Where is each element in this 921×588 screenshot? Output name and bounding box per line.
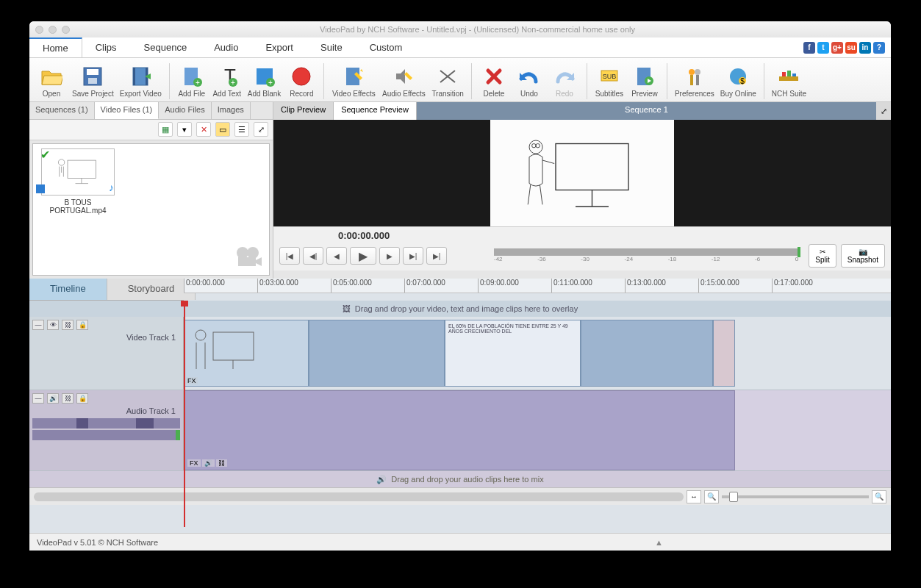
speaker-badge-icon[interactable]: 🔊	[202, 459, 215, 467]
fx-badge[interactable]: FX	[186, 377, 198, 384]
preferences-button[interactable]: Preferences	[672, 63, 717, 99]
link-badge-icon[interactable]: ⛓	[216, 459, 227, 467]
preview-button[interactable]: Preview	[627, 63, 662, 99]
eye-icon[interactable]: 👁	[47, 320, 59, 330]
bin-dropdown-icon[interactable]: ▾	[177, 122, 192, 137]
fx-badge[interactable]: FX	[187, 459, 201, 467]
addblank-button[interactable]: +Add Blank	[245, 63, 284, 99]
svg-rect-46	[213, 332, 254, 360]
addtext-button[interactable]: T+Add Text	[209, 63, 245, 99]
video-track-header: — 👁 ⛓ 🔒 Video Track 1	[29, 317, 184, 390]
zoom-in-icon[interactable]: 🔍	[872, 490, 886, 503]
tab-storyboard[interactable]: Storyboard	[107, 279, 196, 300]
speaker-icon[interactable]: 🔊	[47, 393, 59, 404]
video-frame	[490, 120, 674, 226]
svg-point-36	[58, 159, 64, 165]
tab-images[interactable]: Images	[212, 102, 251, 119]
snapshot-button[interactable]: 📷Snapshot	[841, 244, 885, 268]
videofx-button[interactable]: Video Effects	[329, 63, 379, 99]
scrollbar[interactable]	[34, 492, 684, 501]
menu-custom[interactable]: Custom	[356, 37, 417, 57]
help-icon[interactable]: ?	[873, 42, 885, 54]
redo-button[interactable]: Redo	[547, 63, 582, 99]
minimize-window[interactable]	[49, 26, 57, 34]
video-clip-1[interactable]: FX	[184, 320, 309, 387]
collapse-arrow-icon[interactable]: ▲	[655, 538, 663, 547]
time-ruler[interactable]: 0:00:00.000 0:03:00.000 0:05:00.000 0:07…	[184, 279, 891, 293]
menu-suite[interactable]: Suite	[307, 37, 356, 57]
googleplus-icon[interactable]: g+	[831, 42, 843, 54]
svg-point-38	[247, 247, 259, 259]
tab-audio-files[interactable]: Audio Files	[159, 102, 211, 119]
forward-button[interactable]: ▶	[379, 247, 400, 265]
zoom-fit-icon[interactable]: ↔	[687, 490, 701, 503]
undo-button[interactable]: Undo	[512, 63, 547, 99]
lock-icon[interactable]: 🔒	[76, 393, 88, 404]
nchsuite-button[interactable]: NCH Suite	[769, 63, 809, 99]
prev-frame-button[interactable]: ◀|	[303, 247, 323, 265]
tab-timeline[interactable]: Timeline	[29, 279, 107, 300]
tab-clip-preview[interactable]: Clip Preview	[273, 102, 334, 120]
close-window[interactable]	[35, 26, 43, 34]
goto-end-button[interactable]: ▶|	[426, 247, 447, 265]
linkedin-icon[interactable]: in	[859, 42, 871, 54]
playhead[interactable]	[184, 306, 185, 527]
split-button[interactable]: ✂Split	[809, 244, 836, 268]
bin-delete-icon[interactable]: ✕	[196, 122, 211, 137]
facebook-icon[interactable]: f	[803, 42, 815, 54]
audio-clip[interactable]: FX 🔊 ⛓	[184, 390, 735, 470]
next-frame-button[interactable]: ▶|	[403, 247, 423, 265]
menu-home[interactable]: Home	[29, 37, 82, 57]
menu-sequence[interactable]: Sequence	[131, 37, 201, 57]
subtitles-button[interactable]: SUBSubtitles	[592, 63, 627, 99]
link-icon[interactable]: ⛓	[62, 393, 74, 404]
goto-start-button[interactable]: |◀	[279, 247, 300, 265]
link-icon[interactable]: ⛓	[62, 320, 74, 330]
expand-preview-icon[interactable]: ⤢	[876, 102, 891, 120]
delete-button[interactable]: Delete	[476, 63, 512, 99]
transition-button[interactable]: Transition	[429, 63, 467, 99]
buyonline-button[interactable]: $Buy Online	[717, 63, 759, 99]
export-button[interactable]: Export Video	[117, 63, 165, 99]
save-button[interactable]: Save Project	[69, 63, 117, 99]
audiofx-button[interactable]: Audio Effects	[379, 63, 429, 99]
sequence-name: Sequence 1	[417, 102, 876, 120]
zoom-out-icon[interactable]: 🔍	[704, 490, 719, 503]
music-note-icon: ♪	[109, 182, 114, 193]
menu-clips[interactable]: Clips	[82, 37, 131, 57]
video-viewport[interactable]	[273, 120, 891, 226]
open-button[interactable]: Open	[34, 63, 69, 99]
zoom-slider[interactable]	[722, 495, 869, 498]
clip-item[interactable]: ✔ ♪ B TOUS PORTUGAL.mp4	[37, 148, 118, 215]
video-clip-5[interactable]	[713, 320, 735, 387]
bin-expand-icon[interactable]: ⤢	[254, 122, 268, 137]
play-button[interactable]: ▶	[350, 247, 376, 265]
bin-add-icon[interactable]: ▦	[158, 122, 173, 137]
zoom-window[interactable]	[62, 26, 70, 34]
tab-sequences[interactable]: Sequences (1)	[29, 102, 95, 119]
audio-meter: -42 -36 -30 -24 -18 -12 -6 0	[494, 248, 798, 263]
menu-audio[interactable]: Audio	[201, 37, 252, 57]
record-button[interactable]: Record	[284, 63, 319, 99]
video-track-body[interactable]: FX EL 60% DE LA POBLACIÓN TIENE ENTRE 25…	[184, 317, 891, 390]
svg-text:+: +	[268, 79, 273, 87]
video-clip-4[interactable]	[581, 320, 713, 387]
bin-body[interactable]: ✔ ♪ B TOUS PORTUGAL.mp4	[32, 143, 270, 276]
audio-track-body[interactable]: FX 🔊 ⛓	[184, 390, 891, 470]
tab-sequence-preview[interactable]: Sequence Preview	[334, 102, 417, 120]
collapse-icon[interactable]: —	[32, 320, 44, 330]
rewind-button[interactable]: ◀	[326, 247, 347, 265]
stumbleupon-icon[interactable]: su	[845, 42, 857, 54]
video-clip-2[interactable]	[309, 320, 445, 387]
tab-video-files[interactable]: Video Files (1)	[95, 102, 160, 119]
lock-icon[interactable]: 🔒	[76, 320, 88, 330]
video-clip-3[interactable]: EL 60% DE LA POBLACIÓN TIENE ENTRE 25 Y …	[445, 320, 581, 387]
addfile-button[interactable]: +Add File	[174, 63, 209, 99]
overlay-hint: 🖼 Drag and drop your video, text and ima…	[29, 301, 891, 317]
menu-export[interactable]: Export	[252, 37, 307, 57]
menubar: Home Clips Sequence Audio Export Suite C…	[29, 37, 891, 58]
bin-folder-icon[interactable]: ▭	[215, 122, 230, 137]
twitter-icon[interactable]: t	[817, 42, 829, 54]
bin-list-icon[interactable]: ☰	[234, 122, 249, 137]
collapse-icon[interactable]: —	[32, 393, 44, 404]
